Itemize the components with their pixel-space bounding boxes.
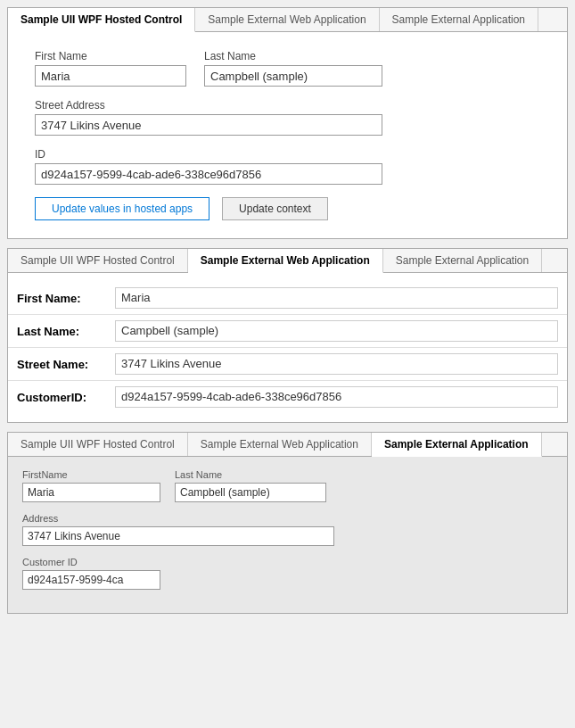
panel1-button-row: Update values in hosted apps Update cont… [35,197,540,220]
panel1-id-label: ID [35,148,382,161]
panel1-tab-bar: Sample UII WPF Hosted Control Sample Ext… [8,8,567,32]
panel3-lastname-group: Last Name [175,469,326,502]
panel1-last-name-input[interactable] [204,65,382,87]
panel1-street-row: Street Address [35,99,540,136]
panel2-data-table: First Name: Maria Last Name: Campbell (s… [8,273,567,422]
panel-2: Sample UII WPF Hosted Control Sample Ext… [7,248,568,423]
panel-1: Sample UII WPF Hosted Control Sample Ext… [7,7,568,239]
panel1-name-row: First Name Last Name [35,50,540,87]
update-hosted-button[interactable]: Update values in hosted apps [35,197,209,220]
panel3-tab-wpf[interactable]: Sample UII WPF Hosted Control [8,433,188,456]
panel-3: Sample UII WPF Hosted Control Sample Ext… [7,432,568,614]
panel3-content: FirstName Last Name Address Customer ID [8,457,567,613]
panel3-lastname-label: Last Name [175,469,326,480]
panel1-id-group: ID [35,148,382,185]
panel2-tab-bar: Sample UII WPF Hosted Control Sample Ext… [8,249,567,273]
panel2-label-firstname: First Name: [17,292,115,305]
panel1-tab-web[interactable]: Sample External Web Application [195,8,379,31]
panel3-customerid-group: Customer ID [22,557,160,590]
panel3-lastname-input[interactable] [175,483,326,502]
panel2-label-lastname: Last Name: [17,325,115,338]
panel3-address-row: Address [22,513,553,546]
panel1-first-name-group: First Name [35,50,186,87]
panel2-tab-web[interactable]: Sample External Web Application [188,249,383,273]
panel1-street-label: Street Address [35,99,382,112]
panel1-last-name-label: Last Name [204,50,382,62]
panel1-street-input[interactable] [35,114,382,136]
panel2-label-street: Street Name: [17,358,115,371]
panel3-firstname-input[interactable] [22,483,160,502]
panel3-address-group: Address [22,513,334,546]
panel3-firstname-label: FirstName [22,469,160,480]
panel3-customerid-label: Customer ID [22,557,160,567]
panel3-tab-external[interactable]: Sample External Application [372,433,542,457]
panel1-content: First Name Last Name Street Address ID U… [8,32,567,238]
panel1-tab-wpf[interactable]: Sample UII WPF Hosted Control [8,8,195,32]
panel1-id-input[interactable] [35,163,382,185]
panel1-first-name-input[interactable] [35,65,186,87]
panel3-name-row: FirstName Last Name [22,469,553,502]
panel1-id-row: ID [35,148,540,185]
panel2-value-street: 3747 Likins Avenue [115,353,558,375]
panel2-row-customerid: CustomerID: d924a157-9599-4cab-ade6-338c… [8,381,567,413]
panel3-customerid-input[interactable] [22,570,160,590]
panel2-row-firstname: First Name: Maria [8,282,567,315]
panel1-street-group: Street Address [35,99,382,136]
panel3-firstname-group: FirstName [22,469,160,502]
panel3-customerid-row: Customer ID [22,557,553,590]
panel2-row-street: Street Name: 3747 Likins Avenue [8,348,567,381]
panel2-label-customerid: CustomerID: [17,391,115,404]
panel2-tab-external[interactable]: Sample External Application [383,249,542,272]
panel2-value-customerid: d924a157-9599-4cab-ade6-338ce96d7856 [115,386,558,408]
update-context-button[interactable]: Update context [222,197,328,220]
panel3-tab-web[interactable]: Sample External Web Application [188,433,372,456]
panel3-address-label: Address [22,513,334,524]
panel1-first-name-label: First Name [35,50,186,62]
panel3-address-input[interactable] [22,526,334,546]
panel1-tab-external[interactable]: Sample External Application [380,8,538,31]
panel1-last-name-group: Last Name [204,50,382,87]
panel3-tab-bar: Sample UII WPF Hosted Control Sample Ext… [8,433,567,457]
panel2-row-lastname: Last Name: Campbell (sample) [8,315,567,348]
panel2-value-lastname: Campbell (sample) [115,320,558,342]
panel2-tab-wpf[interactable]: Sample UII WPF Hosted Control [8,249,188,272]
panel2-value-firstname: Maria [115,287,558,309]
